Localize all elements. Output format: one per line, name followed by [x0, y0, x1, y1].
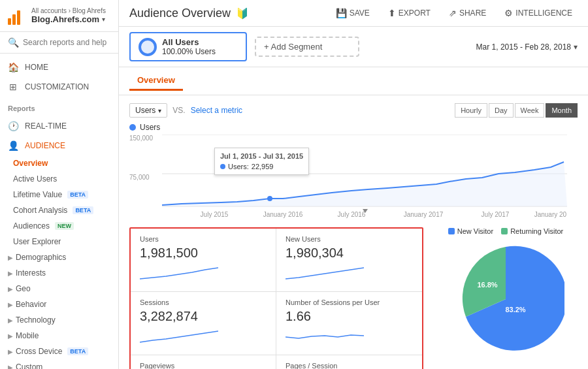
returning-visitor-label: Returning Visitor — [510, 227, 563, 235]
sidebar-item-customization[interactable]: ⊞ CUSTOMIZATION — [0, 77, 118, 97]
sidebar: All accounts › Blog Ahrefs Blog.Ahrefs.c… — [0, 0, 119, 369]
tooltip-label: Users: — [228, 163, 249, 170]
stat-sessions-per-user-value: 1.66 — [286, 309, 413, 324]
tab-bar: Overview — [119, 67, 588, 95]
legend-returning-visitor: Returning Visitor — [501, 227, 563, 235]
sidebar-expand-technology[interactable]: ▶ Technology — [0, 312, 118, 328]
arrow-icon: ▶ — [8, 348, 13, 355]
sidebar-sub-lifetime[interactable]: Lifetime Value BETA — [0, 187, 118, 202]
segment-all-users[interactable]: All Users 100.00% Users — [129, 32, 247, 61]
time-btn-week[interactable]: Week — [515, 103, 545, 118]
tab-overview-label: Overview — [137, 75, 175, 85]
sidebar-item-home[interactable]: 🏠 HOME — [0, 57, 118, 77]
sidebar-expand-demographics[interactable]: ▶ Demographics — [0, 249, 118, 265]
stat-new-users: New Users 1,980,304 — [276, 229, 422, 292]
metric-label: Users — [135, 106, 155, 115]
sidebar-expand-geo[interactable]: ▶ Geo — [0, 281, 118, 297]
time-btn-day[interactable]: Day — [489, 103, 514, 118]
save-icon: 💾 — [336, 8, 347, 18]
sidebar-sub-overview[interactable]: Overview — [0, 155, 118, 171]
intelligence-button[interactable]: ⚙ INTELLIGENCE — [499, 5, 578, 21]
audiences-badge: NEW — [55, 222, 74, 230]
users-dropdown[interactable]: Users ▾ — [129, 103, 167, 118]
interests-label: Interests — [16, 268, 46, 278]
audiences-label: Audiences — [13, 221, 50, 231]
main-content: Audience Overview 🔰 💾 SAVE ⬆ EXPORT ⇗ SH… — [119, 0, 588, 369]
tooltip-dot — [220, 164, 225, 169]
arrow-icon: ▶ — [8, 364, 13, 370]
select-metric-link[interactable]: Select a metric — [191, 106, 242, 115]
segment-pills: All Users 100.00% Users + Add Segment — [129, 32, 359, 61]
time-btn-hourly[interactable]: Hourly — [455, 103, 487, 118]
sidebar-header: All accounts › Blog Ahrefs Blog.Ahrefs.c… — [0, 0, 118, 32]
stat-pages-session: Pages / Session 1.29 — [276, 355, 422, 369]
sidebar-sub-audiences[interactable]: Audiences NEW — [0, 218, 118, 234]
date-range[interactable]: Mar 1, 2015 - Feb 28, 2018 ▾ — [476, 42, 578, 52]
crossdevice-label: Cross Device — [16, 347, 62, 356]
search-input[interactable] — [23, 38, 110, 47]
svg-text:16.8%: 16.8% — [477, 281, 497, 289]
time-btn-month[interactable]: Month — [546, 103, 578, 118]
date-range-text: Mar 1, 2015 - Feb 28, 2018 — [476, 42, 571, 52]
chart-section: Users ▾ VS. Select a metric Hourly Day W… — [119, 95, 588, 227]
breadcrumb: All accounts › Blog Ahrefs — [31, 7, 106, 14]
intelligence-icon: ⚙ — [504, 8, 513, 18]
metric-chevron-icon: ▾ — [158, 107, 161, 114]
page-title: Audience Overview — [129, 7, 231, 20]
clock-icon: 🕐 — [8, 121, 18, 131]
svg-text:July 2017: July 2017 — [482, 211, 510, 218]
pie-legend: New Visitor Returning Visitor — [448, 227, 564, 235]
sidebar-expand-interests[interactable]: ▶ Interests — [0, 265, 118, 281]
save-button[interactable]: 💾 SAVE — [331, 5, 375, 21]
svg-text:July 2016: July 2016 — [338, 211, 366, 218]
home-icon: 🏠 — [8, 62, 18, 72]
search-icon: 🔍 — [8, 37, 19, 48]
stat-sessions-per-user-label: Number of Sessions per User — [286, 298, 413, 306]
topbar: Audience Overview 🔰 💾 SAVE ⬆ EXPORT ⇗ SH… — [119, 0, 588, 27]
sidebar-sub-active-users[interactable]: Active Users — [0, 171, 118, 187]
sidebar-expand-crossdevice[interactable]: ▶ Cross Device BETA — [0, 344, 118, 359]
crossdevice-badge: BETA — [67, 347, 88, 355]
demographics-label: Demographics — [16, 253, 66, 262]
share-icon: ⇗ — [449, 8, 457, 18]
account-name-row[interactable]: Blog.Ahrefs.com ▾ — [31, 14, 106, 24]
segment-circle — [139, 38, 157, 56]
chart-legend-label: Users — [140, 123, 160, 132]
sidebar-expand-custom[interactable]: ▶ Custom — [0, 359, 118, 369]
arrow-icon: ▶ — [8, 332, 13, 340]
vs-label: VS. — [172, 106, 185, 115]
tab-overview[interactable]: Overview — [129, 71, 183, 91]
sidebar-item-realtime[interactable]: 🕐 REAL-TIME — [0, 116, 118, 136]
add-segment-button[interactable]: + Add Segment — [255, 37, 359, 57]
sidebar-item-customization-label: CUSTOMIZATION — [25, 82, 89, 91]
export-label: EXPORT — [399, 8, 431, 18]
export-button[interactable]: ⬆ EXPORT — [383, 5, 436, 21]
stat-users-label: Users — [140, 235, 267, 243]
page-title-area: Audience Overview 🔰 — [129, 7, 249, 20]
sidebar-item-audience[interactable]: 👤 AUDIENCE — [0, 136, 118, 155]
returning-visitor-color — [501, 228, 508, 234]
arrow-icon: ▶ — [8, 254, 13, 261]
stat-pages-session-label: Pages / Session — [286, 362, 413, 369]
cohort-badge: BETA — [73, 206, 93, 214]
date-chevron-icon: ▾ — [574, 42, 578, 52]
sidebar-expand-behavior[interactable]: ▶ Behavior — [0, 297, 118, 312]
behavior-label: Behavior — [16, 300, 46, 309]
sidebar-sub-user-explorer[interactable]: User Explorer — [0, 234, 118, 249]
new-visitor-color — [448, 228, 455, 234]
topbar-actions: 💾 SAVE ⬆ EXPORT ⇗ SHARE ⚙ INTELLIGENCE — [331, 5, 578, 21]
sidebar-expand-mobile[interactable]: ▶ Mobile — [0, 328, 118, 344]
sidebar-item-home-label: HOME — [25, 63, 48, 72]
segment-name: All Users — [162, 37, 216, 47]
share-button[interactable]: ⇗ SHARE — [444, 5, 491, 21]
main-nav: 🏠 HOME ⊞ CUSTOMIZATION — [0, 54, 118, 101]
user-explorer-label: User Explorer — [13, 237, 61, 246]
tooltip-date: Jul 1, 2015 - Jul 31, 2015 — [220, 152, 303, 160]
sparkline-sessions — [140, 328, 218, 346]
pie-section: New Visitor Returning Visitor 83.2% 16.8… — [434, 227, 578, 369]
shield-icon: 🔰 — [236, 7, 249, 20]
sidebar-sub-cohort[interactable]: Cohort Analysis BETA — [0, 202, 118, 218]
stat-new-users-value: 1,980,304 — [286, 246, 413, 261]
search-bar: 🔍 — [0, 32, 118, 54]
stat-sessions-value: 3,282,874 — [140, 309, 267, 324]
